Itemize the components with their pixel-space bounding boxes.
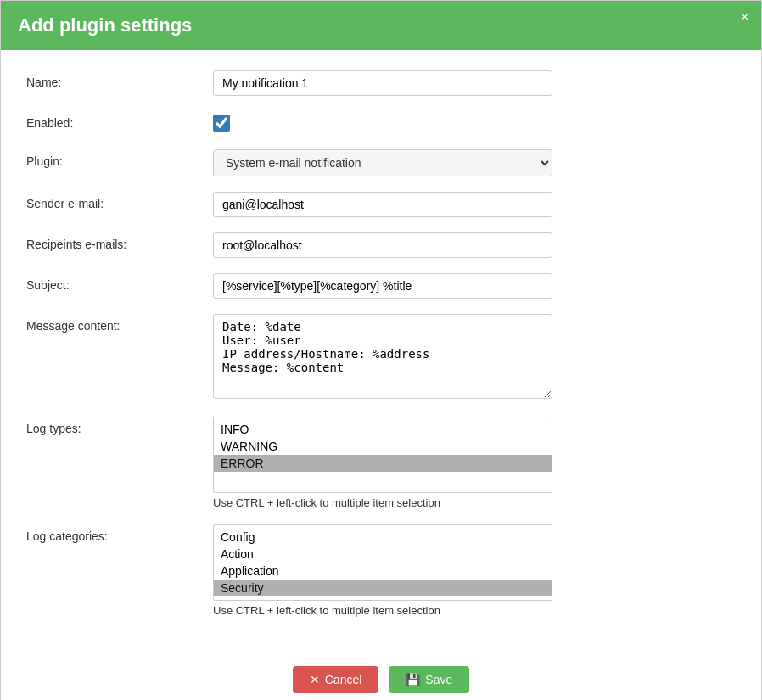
log-categories-hint: Use CTRL + left-click to multiple item s… xyxy=(213,604,736,617)
log-type-error: ERROR xyxy=(214,455,552,472)
log-categories-select[interactable]: Config Action Application Security xyxy=(213,524,552,601)
log-types-label: Log types: xyxy=(26,417,213,435)
recipients-email-input[interactable] xyxy=(213,232,552,258)
log-types-select[interactable]: INFO WARNING ERROR xyxy=(213,417,552,493)
message-content-label: Message content: xyxy=(26,314,213,333)
log-type-warning: WARNING xyxy=(214,438,552,455)
plugin-label: Plugin: xyxy=(26,149,213,168)
log-category-application: Application xyxy=(214,563,552,580)
subject-control-wrap xyxy=(213,273,736,299)
cancel-label: Cancel xyxy=(325,673,362,686)
log-types-control-wrap: INFO WARNING ERROR Use CTRL + left-click… xyxy=(213,417,736,509)
enabled-control-wrap xyxy=(213,111,736,134)
subject-label: Subject: xyxy=(26,273,213,292)
modal-title: Add plugin settings xyxy=(18,14,192,36)
enabled-checkbox[interactable] xyxy=(213,115,230,132)
enabled-row: Enabled: xyxy=(26,111,736,134)
plugin-row: Plugin: System e-mail notification xyxy=(26,149,736,176)
modal-header: Add plugin settings × xyxy=(1,1,761,50)
sender-email-control-wrap xyxy=(213,192,736,217)
save-button[interactable]: 💾 Save xyxy=(389,666,469,693)
log-category-config: Config xyxy=(214,529,552,546)
cancel-icon: ✕ xyxy=(310,673,320,686)
log-types-row: Log types: INFO WARNING ERROR Use CTRL +… xyxy=(26,417,736,509)
sender-email-label: Sender e-mail: xyxy=(26,192,213,210)
modal-footer: ✕ Cancel 💾 Save xyxy=(1,658,761,700)
sender-email-row: Sender e-mail: xyxy=(26,192,736,217)
name-row: Name: xyxy=(26,70,736,96)
add-plugin-settings-modal: Add plugin settings × Name: Enabled: Plu… xyxy=(0,0,762,700)
subject-input[interactable] xyxy=(213,273,552,299)
save-label: Save xyxy=(425,673,452,686)
log-categories-label: Log categories: xyxy=(26,524,213,543)
message-content-textarea[interactable]: Date: %date User: %user IP address/Hostn… xyxy=(213,314,552,399)
name-label: Name: xyxy=(26,70,213,89)
plugin-select[interactable]: System e-mail notification xyxy=(213,149,552,176)
modal-body: Name: Enabled: Plugin: System e-mail not… xyxy=(1,50,761,658)
cancel-button[interactable]: ✕ Cancel xyxy=(293,666,379,693)
plugin-control-wrap: System e-mail notification xyxy=(213,149,736,176)
name-control-wrap xyxy=(213,70,736,96)
log-categories-row: Log categories: Config Action Applicatio… xyxy=(26,524,736,617)
name-input[interactable] xyxy=(213,70,552,96)
close-button[interactable]: × xyxy=(740,9,749,25)
recipients-email-control-wrap xyxy=(213,232,736,258)
enabled-label: Enabled: xyxy=(26,111,213,130)
recipients-email-row: Recipeints e-mails: xyxy=(26,232,736,258)
recipients-email-label: Recipeints e-mails: xyxy=(26,232,213,251)
log-category-action: Action xyxy=(214,546,552,563)
log-category-security: Security xyxy=(214,580,552,596)
sender-email-input[interactable] xyxy=(213,192,552,217)
log-type-info: INFO xyxy=(214,421,552,438)
message-content-control-wrap: Date: %date User: %user IP address/Hostn… xyxy=(213,314,736,401)
subject-row: Subject: xyxy=(26,273,736,299)
save-icon: 💾 xyxy=(406,673,420,686)
log-types-hint: Use CTRL + left-click to multiple item s… xyxy=(213,496,736,509)
log-categories-control-wrap: Config Action Application Security Use C… xyxy=(213,524,736,617)
message-content-row: Message content: Date: %date User: %user… xyxy=(26,314,736,401)
